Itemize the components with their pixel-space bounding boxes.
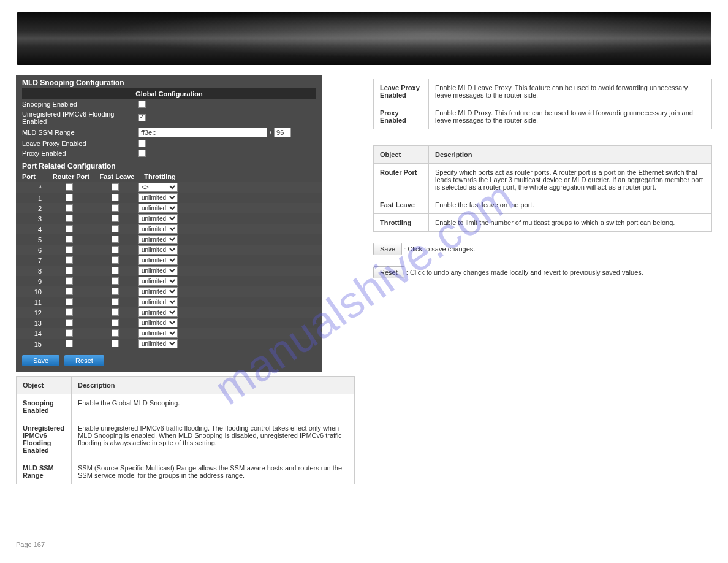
ssm-range-label: MLD SSM Range bbox=[22, 129, 138, 136]
throttling-select[interactable]: unlimited bbox=[138, 204, 178, 213]
throttling-select[interactable]: unlimited bbox=[138, 256, 178, 265]
port-number: 4 bbox=[22, 226, 47, 233]
config-screenshot: MLD Snooping Configuration Global Config… bbox=[16, 75, 322, 372]
throttling-select[interactable]: unlimited bbox=[138, 329, 178, 338]
save-button[interactable]: Save bbox=[22, 355, 59, 366]
router-port-checkbox[interactable] bbox=[66, 204, 73, 212]
r2-row-obj: Fast Leave bbox=[374, 196, 429, 214]
fast-leave-checkbox[interactable] bbox=[112, 288, 119, 295]
port-header-router: Router Port bbox=[47, 173, 96, 180]
router-port-checkbox[interactable] bbox=[66, 246, 73, 253]
router-port-checkbox[interactable] bbox=[66, 256, 73, 264]
throttling-select[interactable]: unlimited bbox=[138, 245, 178, 255]
port-header-fastleave: Fast Leave bbox=[96, 173, 138, 180]
router-port-checkbox[interactable] bbox=[66, 288, 73, 295]
router-port-checkbox[interactable] bbox=[66, 277, 73, 285]
ssm-range-address-input[interactable] bbox=[138, 128, 267, 137]
throttling-select[interactable]: unlimited bbox=[138, 318, 178, 327]
unreg-flood-label: Unregistered IPMCv6 Flooding Enabled bbox=[22, 110, 138, 125]
r1-row-obj: Proxy Enabled bbox=[374, 104, 429, 129]
leave-proxy-checkbox[interactable] bbox=[138, 140, 146, 147]
page-number: Page 167 bbox=[16, 541, 45, 548]
throttling-select[interactable]: unlimited bbox=[138, 287, 178, 296]
router-port-checkbox[interactable] bbox=[66, 329, 73, 337]
fast-leave-checkbox[interactable] bbox=[112, 329, 119, 337]
router-port-checkbox[interactable] bbox=[66, 236, 73, 243]
fast-leave-checkbox[interactable] bbox=[112, 236, 119, 243]
throttling-select[interactable]: unlimited bbox=[138, 193, 178, 202]
router-port-checkbox-all[interactable] bbox=[66, 183, 73, 191]
fast-leave-checkbox[interactable] bbox=[112, 256, 119, 264]
snooping-enabled-checkbox[interactable] bbox=[138, 101, 146, 108]
page-banner bbox=[17, 12, 711, 65]
port-star: * bbox=[22, 184, 47, 191]
left-row-obj: MLD SSM Range bbox=[17, 459, 72, 484]
router-port-checkbox[interactable] bbox=[66, 267, 73, 274]
r1-row-obj: Leave Proxy Enabled bbox=[374, 79, 429, 104]
port-number: 9 bbox=[22, 278, 47, 285]
right-desc-table-2: Object Description Router PortSpecify wh… bbox=[373, 145, 712, 232]
page-footer: Page 167 bbox=[16, 538, 712, 548]
fast-leave-checkbox[interactable] bbox=[112, 204, 119, 212]
throttling-select[interactable]: unlimited bbox=[138, 214, 178, 223]
port-number: 7 bbox=[22, 257, 47, 264]
throttling-select[interactable]: unlimited bbox=[138, 308, 178, 317]
leave-proxy-label: Leave Proxy Enabled bbox=[22, 140, 138, 147]
port-number: 12 bbox=[22, 309, 47, 316]
port-section-title: Port Related Configuration bbox=[16, 158, 322, 172]
proxy-enabled-checkbox[interactable] bbox=[138, 150, 146, 157]
port-row: 5unlimited bbox=[16, 234, 322, 245]
port-number: 8 bbox=[22, 267, 47, 275]
port-row: 13unlimited bbox=[16, 318, 322, 328]
port-row: 2unlimited bbox=[16, 203, 322, 213]
fast-leave-checkbox[interactable] bbox=[112, 215, 119, 222]
port-row: 4unlimited bbox=[16, 224, 322, 234]
router-port-checkbox[interactable] bbox=[66, 298, 73, 305]
router-port-checkbox[interactable] bbox=[66, 225, 73, 232]
left-th-desc: Description bbox=[72, 377, 355, 394]
port-number: 1 bbox=[22, 194, 47, 202]
port-header-port: Port bbox=[22, 173, 47, 180]
port-row: 7unlimited bbox=[16, 255, 322, 266]
fast-leave-checkbox[interactable] bbox=[112, 277, 119, 285]
router-port-checkbox[interactable] bbox=[66, 215, 73, 222]
throttling-select[interactable]: unlimited bbox=[138, 224, 178, 234]
port-number: 3 bbox=[22, 215, 47, 223]
r1-row-desc: Enable MLD Leave Proxy. This feature can… bbox=[429, 79, 712, 104]
throttling-select[interactable]: unlimited bbox=[138, 297, 178, 307]
unreg-flood-checkbox[interactable] bbox=[138, 114, 146, 121]
router-port-checkbox[interactable] bbox=[66, 308, 73, 316]
fast-leave-checkbox[interactable] bbox=[112, 267, 119, 274]
left-row-desc: SSM (Source-Specific Multicast) Range al… bbox=[72, 459, 355, 484]
r2-row-desc: Enable to limit the number of multicast … bbox=[429, 214, 712, 232]
router-port-checkbox[interactable] bbox=[66, 194, 73, 201]
fast-leave-checkbox-all[interactable] bbox=[112, 183, 119, 191]
port-number: 15 bbox=[22, 340, 47, 348]
router-port-checkbox[interactable] bbox=[66, 340, 73, 347]
port-number: 2 bbox=[22, 205, 47, 212]
throttling-select[interactable]: unlimited bbox=[138, 339, 178, 348]
fast-leave-checkbox[interactable] bbox=[112, 308, 119, 316]
port-number: 10 bbox=[22, 288, 47, 296]
fast-leave-checkbox[interactable] bbox=[112, 340, 119, 347]
throttling-select[interactable]: unlimited bbox=[138, 266, 178, 275]
fast-leave-checkbox[interactable] bbox=[112, 319, 119, 326]
ssm-range-prefix-input[interactable] bbox=[274, 128, 291, 137]
reset-button[interactable]: Reset bbox=[64, 355, 104, 366]
throttling-select[interactable]: unlimited bbox=[138, 277, 178, 286]
doc-save-button[interactable]: Save bbox=[373, 243, 402, 255]
fast-leave-checkbox[interactable] bbox=[112, 298, 119, 305]
fast-leave-checkbox[interactable] bbox=[112, 246, 119, 253]
proxy-enabled-label: Proxy Enabled bbox=[22, 150, 138, 157]
fast-leave-checkbox[interactable] bbox=[112, 225, 119, 232]
throttling-select-all[interactable]: <> bbox=[138, 183, 178, 192]
left-row-desc: Enable the Global MLD Snooping. bbox=[72, 394, 355, 419]
throttling-select[interactable]: unlimited bbox=[138, 235, 178, 244]
port-row: 15unlimited bbox=[16, 339, 322, 349]
doc-save-desc: : Click to save changes. bbox=[404, 245, 475, 253]
fast-leave-checkbox[interactable] bbox=[112, 194, 119, 201]
router-port-checkbox[interactable] bbox=[66, 319, 73, 326]
port-number: 5 bbox=[22, 236, 47, 243]
right2-th-desc: Description bbox=[429, 146, 712, 164]
doc-reset-button[interactable]: Reset bbox=[373, 266, 404, 278]
